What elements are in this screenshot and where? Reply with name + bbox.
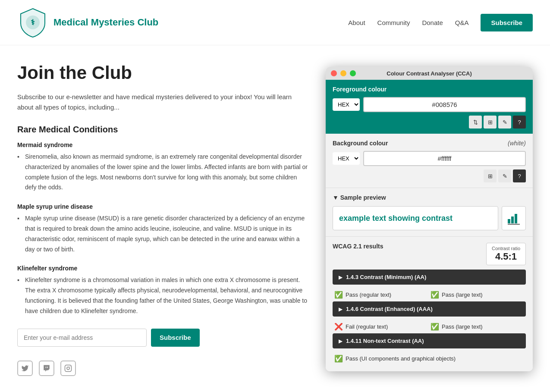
condition-desc-0: Sirenomelia, also known as mermaid syndr…: [17, 152, 308, 193]
cca-chart-icon: [507, 211, 521, 225]
twitch-svg: [43, 364, 50, 372]
cca-results-header: WCAG 2.1 results Contrast ratio 4.5:1: [333, 243, 526, 265]
cca-bg-value-input[interactable]: [363, 151, 526, 166]
cca-accordion-arrow-2: ▶: [339, 338, 343, 344]
page-title: Join the Club: [17, 63, 308, 83]
cca-contrast-label: Contrast ratio: [492, 246, 520, 251]
cca-result-text-1-0: Fail (regular text): [346, 323, 388, 330]
cca-panel: Colour Contrast Analyser (CCA) Foregroun…: [326, 67, 533, 371]
navbar: ⚕ Medical Mysteries Club About Community…: [0, 0, 550, 45]
cca-result-1-0: ❌ Fail (regular text): [334, 323, 428, 331]
svg-rect-2: [65, 365, 72, 371]
svg-point-4: [69, 366, 70, 367]
nav-qa[interactable]: Q&A: [455, 19, 469, 26]
pass-icon-2-0: ✅: [334, 354, 343, 363]
cca-preview-section: ▼ Sample preview example text showing co…: [326, 188, 533, 236]
cca-result-1-1: ✅ Pass (large text): [431, 323, 524, 331]
nav-about[interactable]: About: [348, 19, 365, 26]
email-form: Subscribe: [17, 329, 308, 347]
condition-title-2: Klinefelter syndrome: [17, 265, 308, 272]
cca-result-row-2: ✅ Pass (UI components and graphical obje…: [333, 352, 526, 365]
cca-wcag-label: WCAG 2.1 results: [333, 243, 383, 250]
twitter-icon[interactable]: [17, 361, 33, 376]
instagram-svg: [64, 364, 72, 372]
svg-point-3: [67, 367, 69, 370]
cca-accordion-1[interactable]: ▶ 1.4.6 Contrast (Enhanced) (AAA): [333, 301, 526, 317]
cca-foreground-section: Foreground colour HEX ⇅ ⊞ ✎ ?: [326, 80, 533, 134]
pass-icon-0-1: ✅: [431, 291, 439, 299]
cca-minimize-button[interactable]: [340, 70, 346, 76]
cca-result-0-0: ✅ Pass (regular text): [334, 291, 428, 299]
cca-fg-row: HEX: [333, 97, 526, 112]
cca-bg-help-icon[interactable]: ?: [513, 169, 526, 182]
cca-preview-chart-box: [502, 206, 526, 230]
condition-desc-1: Maple syrup urine disease (MSUD) is a ra…: [17, 213, 308, 254]
main-layout: Join the Club Subscribe to our e-newslet…: [0, 45, 550, 392]
cca-preview-content: example text showing contrast: [333, 206, 526, 230]
nav-subscribe-button[interactable]: Subscribe: [481, 14, 533, 31]
cca-bg-icons: ⊞ ✎ ?: [333, 169, 526, 182]
cca-fg-sliders-icon[interactable]: ⊞: [484, 116, 497, 129]
cca-bg-white-label: (white): [508, 140, 526, 147]
main-content: Join the Club Subscribe to our e-newslet…: [17, 63, 308, 376]
cca-accordion-arrow-0: ▶: [339, 274, 343, 280]
cca-maximize-button[interactable]: [350, 70, 356, 76]
cca-results-section: WCAG 2.1 results Contrast ratio 4.5:1 ▶ …: [326, 236, 533, 371]
nav-community[interactable]: Community: [377, 19, 410, 26]
cca-accordion-2[interactable]: ▶ 1.4.11 Non-text Contrast (AA): [333, 333, 526, 348]
cca-fg-value-input[interactable]: [363, 97, 526, 112]
fail-icon-1-0: ❌: [334, 323, 343, 331]
social-icons: [17, 361, 308, 376]
email-input[interactable]: [17, 329, 147, 347]
cca-fg-label: Foreground colour: [333, 86, 526, 93]
cca-fg-picker-icon[interactable]: ✎: [498, 116, 511, 129]
logo-text: Medical Mysteries Club: [53, 17, 158, 28]
subscribe-button[interactable]: Subscribe: [151, 329, 200, 347]
cca-bg-format-select[interactable]: HEX: [333, 152, 360, 165]
cca-result-text-2-0: Pass (UI components and graphical object…: [346, 355, 456, 362]
cca-fg-swap-icon[interactable]: ⇅: [469, 116, 482, 129]
pass-icon-1-1: ✅: [431, 323, 439, 331]
intro-text: Subscribe to our e-newsletter and have m…: [17, 92, 308, 113]
logo[interactable]: ⚕ Medical Mysteries Club: [17, 7, 158, 38]
condition-desc-2: Klinefelter syndrome is a chromosomal va…: [17, 275, 308, 316]
cca-result-text-0-1: Pass (large text): [442, 292, 483, 298]
condition-title-1: Maple syrup urine disease: [17, 203, 308, 210]
cca-result-text-1-1: Pass (large text): [442, 323, 483, 330]
cca-result-2-0: ✅ Pass (UI components and graphical obje…: [334, 354, 524, 363]
cca-fg-format-select[interactable]: HEX: [333, 98, 360, 111]
cca-fg-icons: ⇅ ⊞ ✎ ?: [333, 116, 526, 129]
cca-accordion-0[interactable]: ▶ 1.4.3 Contrast (Minimum) (AA): [333, 270, 526, 285]
cca-bg-sliders-icon[interactable]: ⊞: [484, 169, 497, 182]
cca-bg-row: HEX: [333, 151, 526, 166]
cca-result-row-0: ✅ Pass (regular text) ✅ Pass (large text…: [333, 288, 526, 301]
cca-titlebar: Colour Contrast Analyser (CCA): [326, 67, 533, 80]
section-title: Rare Medical Conditions: [17, 125, 308, 135]
cca-fg-help-icon[interactable]: ?: [513, 116, 526, 129]
cca-result-row-1: ❌ Fail (regular text) ✅ Pass (large text…: [333, 320, 526, 333]
pass-icon-0-0: ✅: [334, 291, 343, 299]
cca-preview-label: ▼ Sample preview: [333, 194, 386, 201]
cca-contrast-value: 4.5:1: [492, 251, 520, 262]
cca-result-text-0-0: Pass (regular text): [346, 292, 391, 298]
twitter-svg: [21, 364, 29, 372]
logo-icon: ⚕: [17, 7, 48, 38]
cca-preview-header: ▼ Sample preview: [333, 194, 526, 201]
cca-bg-picker-icon[interactable]: ✎: [498, 169, 511, 182]
cca-result-0-1: ✅ Pass (large text): [431, 291, 524, 299]
cca-contrast-box: Contrast ratio 4.5:1: [486, 243, 526, 265]
svg-rect-7: [515, 214, 517, 223]
cca-accordion-label-0: 1.4.3 Contrast (Minimum) (AA): [346, 274, 426, 280]
condition-block-0: Mermaid syndrome Sirenomelia, also known…: [17, 141, 308, 193]
cca-preview-text-box: example text showing contrast: [333, 206, 498, 230]
cca-close-button[interactable]: [331, 70, 337, 76]
nav-links: About Community Donate Q&A Subscribe: [348, 14, 533, 31]
cca-accordion-arrow-1: ▶: [339, 306, 343, 312]
cca-body: Foreground colour HEX ⇅ ⊞ ✎ ? Backgrou: [326, 80, 533, 371]
nav-donate[interactable]: Donate: [422, 19, 443, 26]
cca-bg-header: Background colour (white): [333, 140, 526, 147]
instagram-icon[interactable]: [60, 361, 76, 376]
cca-bg-label: Background colour: [333, 140, 388, 147]
twitch-icon[interactable]: [39, 361, 54, 376]
cca-accordion-label-1: 1.4.6 Contrast (Enhanced) (AAA): [346, 306, 433, 312]
